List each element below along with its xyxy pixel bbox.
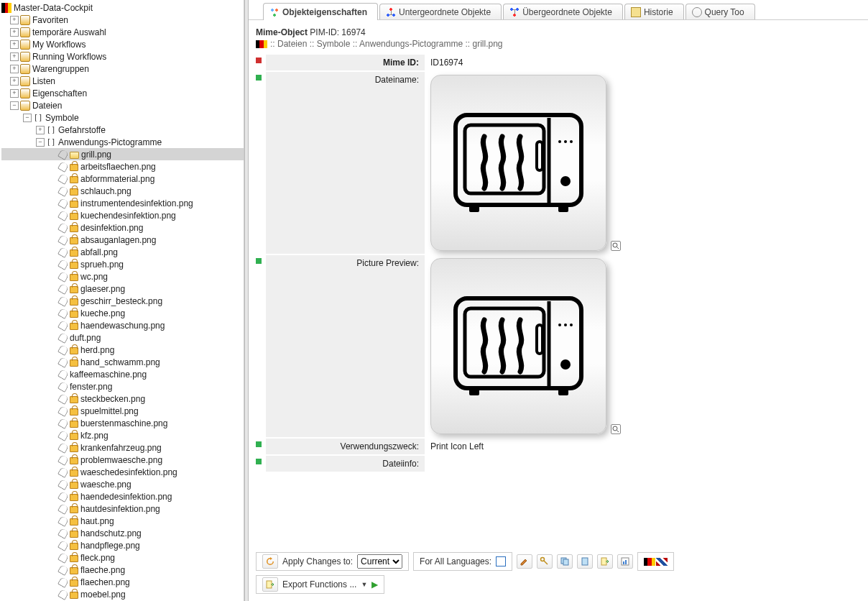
tree-item[interactable]: kaffeemaschine.png bbox=[1, 368, 244, 380]
tree-item[interactable]: kuechendesinfektion.png bbox=[1, 209, 244, 221]
tree-item[interactable]: herd.png bbox=[1, 344, 244, 356]
tree-item[interactable]: +My Workflows bbox=[1, 38, 244, 50]
tab[interactable]: Übergeordnete Objekte bbox=[503, 4, 623, 19]
play-icon[interactable]: ▶ bbox=[371, 579, 378, 589]
tree-root[interactable]: Master-Data-Cockpit bbox=[1, 1, 244, 14]
tree-item-label: kfz.png bbox=[80, 431, 108, 441]
tree-item[interactable]: absauganlagen.png bbox=[1, 234, 244, 246]
report-button[interactable] bbox=[617, 554, 633, 569]
tree-item[interactable]: sprueh.png bbox=[1, 258, 244, 270]
group-icon: [] bbox=[46, 125, 56, 135]
tree-item[interactable]: desinfektion.png bbox=[1, 221, 244, 234]
tree-item[interactable]: duft.png bbox=[1, 331, 244, 344]
dropdown-arrow-icon[interactable]: ▼ bbox=[361, 581, 367, 588]
tree-item[interactable]: handpflege.png bbox=[1, 539, 244, 551]
tree-item[interactable]: fenster.png bbox=[1, 380, 244, 393]
tree-item[interactable]: abformmaterial.png bbox=[1, 173, 244, 185]
tree-item[interactable]: spuelmittel.png bbox=[1, 405, 244, 417]
tree-item[interactable]: problemwaesche.png bbox=[1, 454, 244, 466]
tab[interactable]: Query Too bbox=[685, 4, 755, 19]
tree-item[interactable]: grill.png bbox=[1, 148, 244, 160]
expand-toggle-icon[interactable]: + bbox=[36, 126, 45, 134]
expand-toggle-icon[interactable]: − bbox=[36, 138, 45, 147]
attachment-icon bbox=[57, 320, 69, 331]
expand-toggle-icon[interactable]: + bbox=[10, 40, 19, 49]
tree-item[interactable]: fleck.png bbox=[1, 551, 244, 564]
tree-item[interactable]: flaechen.png bbox=[1, 576, 244, 588]
tree-item-label: krankenfahrzeug.png bbox=[80, 443, 162, 453]
box-icon bbox=[20, 52, 30, 62]
tree-item[interactable]: haut.png bbox=[1, 515, 244, 527]
lock-icon bbox=[70, 347, 78, 354]
flag-de-icon[interactable] bbox=[644, 558, 655, 566]
attachment-icon bbox=[57, 491, 69, 503]
tree-item[interactable]: handschutz.png bbox=[1, 527, 244, 539]
svg-rect-8 bbox=[469, 205, 479, 212]
attachment-icon bbox=[57, 577, 69, 588]
expand-toggle-icon[interactable]: + bbox=[10, 16, 19, 24]
tree-item[interactable]: abfall.png bbox=[1, 246, 244, 258]
expand-toggle-icon[interactable]: + bbox=[10, 28, 19, 37]
lock-icon bbox=[70, 457, 78, 464]
tree-panel[interactable]: Master-Data-Cockpit +Favoriten+temporäre… bbox=[0, 0, 244, 601]
tree-item[interactable]: haendedesinfektion.png bbox=[1, 490, 244, 503]
apply-select[interactable]: Current bbox=[357, 554, 402, 569]
tree-item[interactable]: moebel.png bbox=[1, 588, 244, 600]
expand-toggle-icon[interactable]: − bbox=[10, 101, 19, 110]
tree-item-label: abfall.png bbox=[80, 247, 118, 257]
paste-button[interactable] bbox=[577, 554, 593, 569]
copy-button[interactable] bbox=[557, 554, 573, 569]
tree-item[interactable]: kfz.png bbox=[1, 429, 244, 441]
expand-toggle-icon[interactable]: − bbox=[23, 114, 32, 122]
all-lang-checkbox[interactable] bbox=[496, 556, 506, 566]
tree-item[interactable]: kueche.png bbox=[1, 307, 244, 319]
tree-item[interactable]: flaeche.png bbox=[1, 564, 244, 576]
flag-en-icon[interactable] bbox=[656, 558, 668, 566]
expand-toggle-icon[interactable]: + bbox=[10, 65, 19, 73]
tree-item[interactable]: +Favoriten bbox=[1, 14, 244, 26]
tree-item[interactable]: schlauch.png bbox=[1, 185, 244, 197]
tree-item[interactable]: glaeser.png bbox=[1, 283, 244, 295]
tree-item[interactable]: +Running Workflows bbox=[1, 50, 244, 63]
tree-item[interactable]: hautdesinfektion.png bbox=[1, 503, 244, 515]
tree-item[interactable]: +Listen bbox=[1, 75, 244, 87]
tab-label: Übergeordnete Objekte bbox=[522, 7, 612, 17]
refresh-icon[interactable] bbox=[262, 554, 278, 569]
tree-item[interactable]: haendewaschung.png bbox=[1, 319, 244, 331]
tree-item[interactable]: −[]Anwendungs-Pictogramme bbox=[1, 136, 244, 148]
tree-item[interactable]: buerstenmaschine.png bbox=[1, 417, 244, 429]
tree-item[interactable]: geschirr_besteck.png bbox=[1, 295, 244, 307]
edit-button[interactable] bbox=[517, 554, 532, 569]
tree-item[interactable]: +[]Gefahrstoffe bbox=[1, 124, 244, 136]
expand-toggle-icon[interactable]: + bbox=[10, 52, 19, 61]
key-button[interactable] bbox=[537, 554, 553, 569]
expand-toggle-icon[interactable]: + bbox=[10, 77, 19, 86]
attachment-icon bbox=[57, 369, 69, 380]
export-functions-icon[interactable] bbox=[262, 577, 278, 592]
attachment-icon bbox=[57, 381, 69, 393]
svg-line-11 bbox=[617, 247, 619, 249]
tree-item[interactable]: instrumentendesinfektion.png bbox=[1, 197, 244, 209]
tree-item[interactable]: steckbecken.png bbox=[1, 393, 244, 405]
tree-item[interactable]: hand_schwamm.png bbox=[1, 356, 244, 368]
tree-item[interactable]: +Eigenschaften bbox=[1, 87, 244, 99]
tree-item[interactable]: waesche.png bbox=[1, 478, 244, 490]
tree-item-label: schlauch.png bbox=[80, 186, 131, 196]
expand-toggle-icon[interactable]: + bbox=[10, 89, 19, 98]
tab[interactable]: Objekteigenschaften bbox=[263, 3, 378, 20]
export-button[interactable] bbox=[597, 554, 613, 569]
tree-item[interactable]: +Warengruppen bbox=[1, 63, 244, 75]
tab[interactable]: Untergeordnete Objekte bbox=[379, 4, 502, 19]
tab[interactable]: Historie bbox=[624, 4, 684, 19]
tree-item[interactable]: krankenfahrzeug.png bbox=[1, 441, 244, 454]
tree-item-label: abformmaterial.png bbox=[80, 174, 154, 184]
tree-item[interactable]: −Dateien bbox=[1, 99, 244, 111]
zoom-icon[interactable] bbox=[611, 241, 621, 251]
tree-item[interactable]: +temporäre Auswahl bbox=[1, 26, 244, 38]
tree-item[interactable]: −[]Symbole bbox=[1, 111, 244, 124]
tree-item[interactable]: waeschedesinfektion.png bbox=[1, 466, 244, 478]
lock-icon bbox=[70, 359, 78, 367]
tree-item[interactable]: arbeitsflaechen.png bbox=[1, 160, 244, 173]
tree-item[interactable]: wc.png bbox=[1, 270, 244, 283]
zoom-icon[interactable] bbox=[611, 424, 621, 434]
